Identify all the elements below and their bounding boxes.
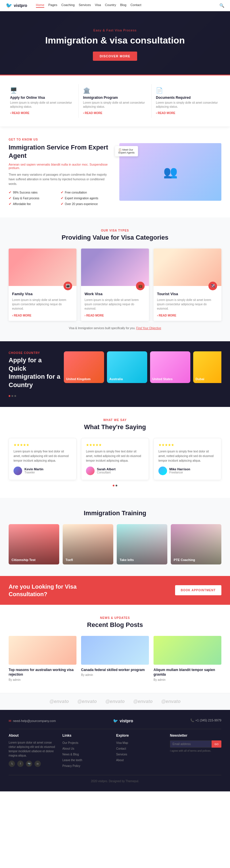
testimonial-author-2: Mike Harrison Freelancer	[158, 467, 217, 475]
cta-banner: Are you Looking for Visa Consultation? B…	[0, 576, 230, 605]
visa-footer: Visa & Immigration services built specif…	[9, 327, 221, 330]
visa-desc-0: Lorem ipsum is simply dolle sit amet lor…	[12, 298, 73, 311]
visa-card-1: 💼 Work Visa Lorem ipsum is simply dolle …	[81, 249, 149, 321]
check-5: ✔ Over 20 years experience	[61, 202, 111, 206]
blog-post-title-2[interactable]: Aliqum mullam blandit tempor sapien grav…	[154, 668, 221, 677]
footer-link-2: News & Blog	[63, 752, 110, 756]
nav-coaching[interactable]: Coaching	[61, 3, 74, 8]
blog-meta-1: By admin	[81, 673, 149, 677]
footer-bottom: About Lorem ipsum dolor sit amet conse c…	[9, 734, 221, 769]
check-0: ✔ 99% Success rates	[9, 190, 59, 194]
nav-pages[interactable]: Pages	[48, 3, 57, 8]
newsletter-submit-button[interactable]: GO	[212, 740, 221, 748]
nav-country[interactable]: Country	[105, 3, 116, 8]
blog-post-title-1[interactable]: Canada federal skilled worker program	[81, 668, 149, 673]
footer-explore-title: Explore	[116, 734, 164, 738]
stars-2: ★★★★★	[158, 443, 217, 447]
footer-links-list: Our Projects About Us News & Blog Leave …	[63, 740, 110, 768]
visa-link-1[interactable]: › READ MORE	[84, 314, 104, 317]
linkedin-icon[interactable]: in	[35, 761, 41, 767]
logo-2: @envato	[105, 699, 124, 704]
dot-0[interactable]	[9, 395, 10, 397]
country-card-du[interactable]: Dubai	[193, 351, 221, 383]
training-card-0[interactable]: Citizenship Test	[9, 524, 59, 564]
visa-footer-link[interactable]: Find Your Objective	[136, 327, 161, 330]
footer-email: ✉ need-help@yourcompany.com	[9, 718, 56, 723]
about-subtitle: Aenean sed sapien venenatis blandit null…	[9, 163, 111, 169]
testimonial-author-0: Kevin Martin Traveler	[13, 467, 72, 475]
dot-2[interactable]	[14, 395, 16, 397]
check-icon-2: ✔	[9, 196, 11, 200]
discover-more-button[interactable]: DISCOVER MORE	[93, 52, 138, 61]
nav-visa[interactable]: Visa	[95, 3, 101, 8]
training-card-1[interactable]: Toefl	[63, 524, 113, 564]
country-card-au[interactable]: Australia	[107, 351, 147, 383]
visa-link-0[interactable]: › READ MORE	[12, 314, 31, 317]
twitter-icon[interactable]: 𝕏	[9, 761, 15, 767]
footer-explore-3: About	[116, 758, 164, 762]
country-section: CHOOSE COUNTRY Apply for a Quick Immigra…	[0, 341, 230, 407]
nav-blog[interactable]: Blog	[120, 3, 126, 8]
about-right: 📋 Meet OurExpert Agents	[119, 143, 221, 201]
newsletter-input[interactable]	[170, 740, 212, 748]
testimonial-card-2: ★★★★★ Lorem ipsum is simply free text do…	[154, 438, 221, 480]
nav-home[interactable]: Home	[36, 3, 44, 8]
bird-icon: 🐦	[6, 2, 12, 9]
feature-icon-2: 📄	[156, 87, 220, 94]
footer-newsletter-title: Newsletter	[170, 734, 221, 738]
search-icon[interactable]: 🔍	[219, 3, 224, 8]
training-inner-3: PTE Coaching	[171, 524, 221, 564]
logo-1: @envato	[77, 699, 97, 704]
training-section: Immigration Training Citizenship Test To…	[0, 498, 230, 576]
hero-section: Easy & Fast Visa Process Immigration & v…	[0, 11, 230, 74]
footer-top: ✉ need-help@yourcompany.com 🐦 vistpro 📞 …	[9, 718, 221, 723]
footer-explore-2: Services	[116, 752, 164, 756]
testimonial-text-2: Lorem ipsum is simply free text dolor si…	[158, 449, 217, 463]
author-role-0: Traveler	[25, 471, 43, 474]
nav-services[interactable]: Services	[79, 3, 91, 8]
testimonial-card-1: ★★★★★ Lorem ipsum is simply free text do…	[81, 438, 149, 480]
blog-meta-2: By admin	[154, 678, 221, 681]
country-label-uk: United Kingdom	[66, 377, 90, 381]
training-card-2[interactable]: Take Ielts	[117, 524, 167, 564]
testimonial-dot-0[interactable]	[113, 485, 114, 487]
country-tag: CHOOSE COUNTRY	[9, 351, 61, 354]
training-grid: Citizenship Test Toefl Take Ielts PTE Co…	[9, 524, 221, 564]
author-role-1: Consultant	[97, 471, 116, 474]
feature-link-1[interactable]: › READ MORE	[83, 112, 102, 115]
book-appointment-button[interactable]: BOOK APPOINTMENT	[175, 585, 221, 595]
country-card-us[interactable]: United States	[150, 351, 190, 383]
footer-explore-list: Visa Map Contact Services About	[116, 740, 164, 762]
country-content: CHOOSE COUNTRY Apply for a Quick Immigra…	[9, 351, 221, 397]
footer-link-1: About Us	[63, 746, 110, 750]
nav-contact[interactable]: Contact	[130, 3, 142, 8]
feature-title-0: Apply for Online Visa	[10, 96, 74, 100]
testimonial-author-1: Sarah Albert Consultant	[86, 467, 144, 475]
country-card-uk[interactable]: United Kingdom	[64, 351, 104, 383]
visa-link-2[interactable]: › READ MORE	[157, 314, 176, 317]
blog-subtitle: NEWS & UPDATES	[9, 616, 221, 619]
dot-1[interactable]	[11, 395, 13, 397]
footer-links-title: Links	[63, 734, 110, 738]
training-card-3[interactable]: PTE Coaching	[171, 524, 221, 564]
country-label-us: United States	[152, 377, 172, 381]
facebook-icon[interactable]: f	[17, 761, 24, 767]
feature-link-0[interactable]: › READ MORE	[10, 112, 29, 115]
testimonial-dot-1[interactable]	[116, 485, 117, 487]
logo[interactable]: 🐦 vistpro	[6, 2, 27, 9]
instagram-icon[interactable]: 📷	[26, 761, 32, 767]
country-label-du: Dubai	[195, 377, 204, 381]
hero-title: Immigration & visa consultation	[6, 35, 224, 46]
visa-desc-1: Lorem ipsum is simply dolle sit amet lor…	[84, 298, 146, 311]
training-label-3: PTE Coaching	[174, 558, 195, 562]
blog-card-2: Aliqum mullam blandit tempor sapien grav…	[154, 636, 221, 682]
feature-icon-0: 🖥️	[10, 87, 74, 94]
visa-card-0: 👨‍👩‍👧 Family Visa Lorem ipsum is simply …	[9, 249, 76, 321]
visa-name-0: Family Visa	[12, 292, 73, 296]
blog-post-title-0[interactable]: Top reasons for australian working visa …	[9, 668, 76, 677]
feature-text-1: Lorem ipsum is simply dolle sit amet con…	[83, 101, 147, 109]
logos-section: @envato @envato @envato @envato @envato	[0, 693, 230, 710]
features-section: 🖥️ Apply for Online Visa Lorem ipsum is …	[0, 74, 230, 126]
check-3: ✔ Expert immigration agents	[61, 196, 111, 200]
feature-link-2[interactable]: › READ MORE	[156, 112, 175, 115]
